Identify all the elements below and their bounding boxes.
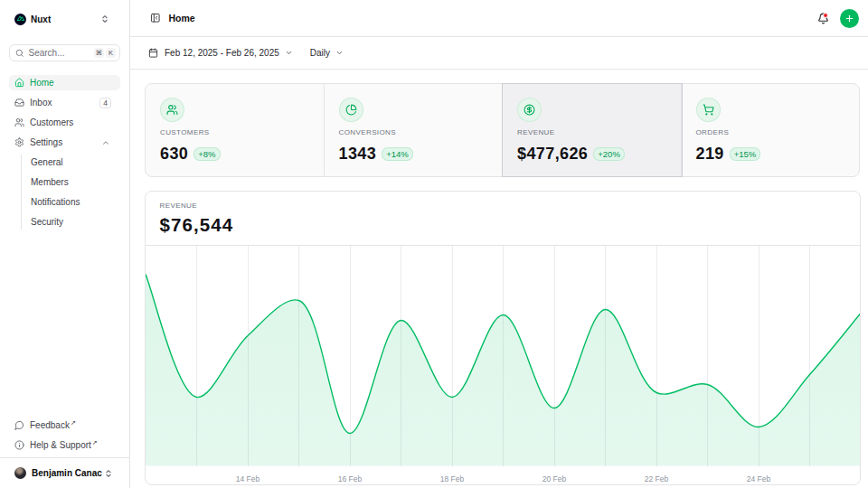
- svg-text:16 Feb: 16 Feb: [337, 474, 362, 483]
- svg-text:14 Feb: 14 Feb: [235, 474, 259, 483]
- svg-text:24 Feb: 24 Feb: [746, 474, 770, 483]
- svg-text:20 Feb: 20 Feb: [542, 474, 566, 483]
- svg-text:18 Feb: 18 Feb: [439, 474, 464, 483]
- svg-text:22 Feb: 22 Feb: [644, 474, 668, 483]
